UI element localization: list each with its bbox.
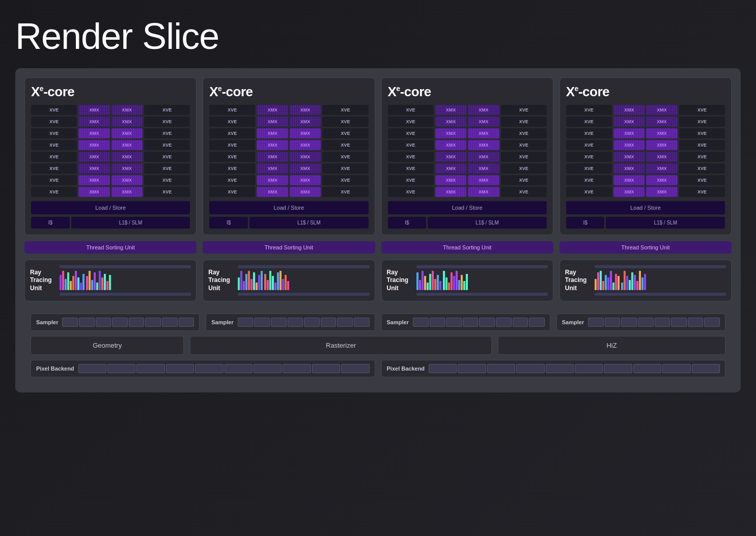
xve-cell: XVE [31,140,77,150]
rt-bar [282,279,284,290]
ray-tracing-unit-1: RayTracingUnit [24,260,197,301]
xve-row: XVE XMX XMX XVE [388,117,547,127]
rt-bar [615,274,617,290]
hiz-box: HiZ [498,336,725,355]
sampler-cell [162,318,178,327]
xve-row: XVE XMX XMX XVE [388,163,547,174]
sampler-cells-3 [413,318,545,327]
xmx-cell: XMX [78,163,109,174]
rt-bar [253,272,255,290]
sampler-cell [271,318,287,327]
rt-bar [618,276,620,290]
load-store-bar-3: Load / Store [388,201,547,214]
xve-cell: XVE [31,175,77,185]
xmx-cell: XMX [78,117,109,127]
xmx-cell: XMX [78,128,109,138]
rt-bar [269,271,271,290]
pixel-backend-cell [546,364,574,373]
load-store-bar-2: Load / Store [209,201,368,214]
rt-visual-3 [416,265,548,296]
xmx-cell: XMX [468,140,499,150]
render-slice-box: Xe-core XVE XMX XMX XVE XVE XMX XMX [15,68,741,392]
sampler-unit-4: Sampler [556,314,725,331]
xve-cell: XVE [144,105,190,115]
rt-bar [463,281,465,290]
xve-row: XVE XMX XMX XVE [209,117,368,127]
rt-visual-4 [595,265,726,296]
thread-sort-unit-4: Thread Sorting Unit [559,241,732,253]
xmx-cell: XMX [111,152,143,162]
xve-cell: XVE [679,152,725,162]
pixel-backend-cell [662,364,690,373]
rt-bar [624,271,626,290]
pixel-backend-cell [254,364,282,373]
xve-row: XVE XMX XMX XVE [31,105,190,115]
xve-row: XVE XMX XMX XVE [566,175,725,185]
xve-cell: XVE [501,175,547,185]
rt-bar [80,283,82,290]
rt-bar-top [416,265,548,268]
xmx-cell: XMX [468,163,499,174]
xmx-cell: XMX [111,117,143,127]
rt-bar [432,271,434,290]
pixel-backend-cell [692,364,720,373]
load-store-bar-1: Load / Store [31,201,190,214]
xmx-cell: XMX [290,117,321,127]
xve-cell: XVE [322,187,368,197]
sampler-cell [354,318,370,327]
rt-bar-top [595,265,726,268]
xve-row: XVE XMX XMX XVE [31,117,190,127]
rt-bar [82,274,85,290]
xve-row: XVE XMX XMX XVE [31,128,190,138]
sampler-cell [446,318,462,327]
rt-bar-top [60,265,191,268]
xve-cell: XVE [566,140,612,150]
sampler-cell [655,318,670,327]
rt-bar [466,274,468,290]
rt-bar [99,271,101,290]
rt-bar [605,275,607,290]
rt-bar-bottom [238,293,369,296]
xve-cell: XVE [501,128,547,138]
xmx-cell: XMX [257,187,288,197]
sampler-unit-1: Sampler [31,314,200,331]
xve-cell: XVE [144,187,190,197]
xve-cell: XVE [501,187,547,197]
xve-row: XVE XMX XMX XVE [209,105,368,115]
rt-bar [238,277,240,290]
cache-row-4: I$ L1$ / SLM [566,217,725,229]
sampler-cell [479,318,495,327]
rt-bar [644,274,646,290]
xve-cell: XVE [388,163,434,174]
xve-cell: XVE [501,117,547,127]
rt-bar-top [238,265,369,268]
rt-bar [109,275,111,290]
xve-row: XVE XMX XMX XVE [566,187,725,197]
xve-cell: XVE [388,140,434,150]
pixel-backend-cell [166,364,194,373]
rt-bar [612,283,614,290]
rt-bar [62,271,64,290]
rt-bar-bottom [60,293,191,296]
rt-bar [277,272,279,290]
rt-visual-1 [60,265,191,296]
rt-bar [258,275,260,290]
xmx-cell: XMX [435,105,466,115]
sampler-row: Sampler Sampler [31,314,725,331]
rt-bar [634,275,636,290]
xve-cell: XVE [566,128,612,138]
rt-bar [422,271,424,290]
rt-bar [264,274,266,290]
xmx-cell: XMX [646,140,677,150]
rt-bar-group [86,271,111,290]
xve-row: XVE XMX XMX XVE [209,163,368,174]
i-cache-4: I$ [566,217,605,229]
xve-cell: XVE [679,105,725,115]
xmx-cell: XMX [78,105,109,115]
rt-bars-middle [238,270,369,291]
page-container: Render Slice Xe-core XVE XMX XMX XVE [0,0,756,536]
sampler-cell [288,318,303,327]
xve-cell: XVE [31,152,77,162]
sampler-label-3: Sampler [387,319,409,325]
cache-row-2: I$ L1$ / SLM [209,217,368,229]
